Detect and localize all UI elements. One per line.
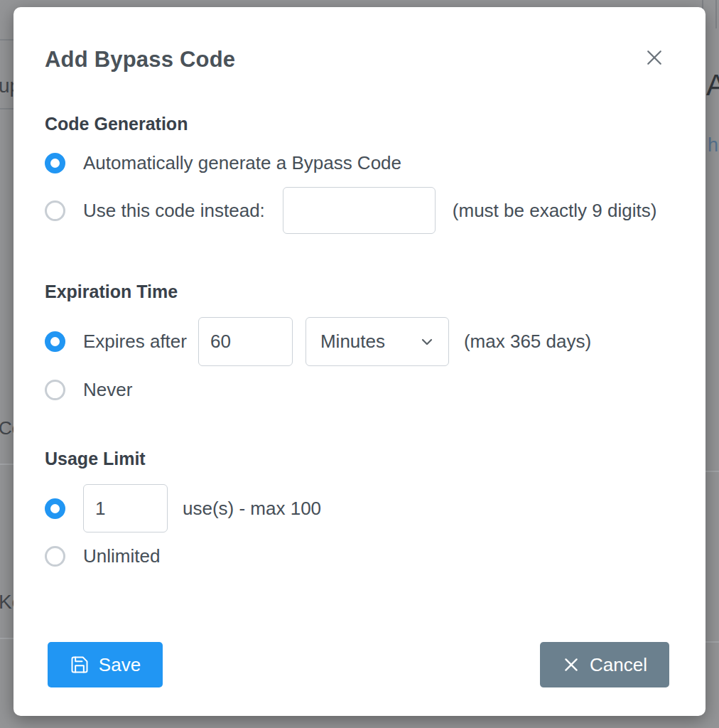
unlimited-label[interactable]: Unlimited	[83, 545, 160, 567]
code-generation-heading: Code Generation	[45, 114, 188, 134]
expiration-time-heading: Expiration Time	[45, 282, 178, 302]
never-label[interactable]: Never	[83, 379, 132, 401]
custom-code-input[interactable]	[283, 187, 436, 234]
bg-text-fragment: A	[706, 68, 719, 102]
bg-divider	[706, 641, 719, 643]
save-icon	[70, 655, 90, 675]
expiration-note: (max 365 days)	[464, 331, 591, 353]
cancel-button[interactable]: Cancel	[540, 642, 669, 687]
cancel-button-label: Cancel	[590, 654, 647, 676]
usage-limit-heading: Usage Limit	[45, 449, 146, 469]
bg-text-fragment: Ke	[0, 591, 14, 614]
bg-divider	[0, 638, 13, 639]
never-row: Never	[45, 379, 132, 400]
add-bypass-code-dialog: Add Bypass Code Code Generation Automati…	[13, 7, 706, 716]
bg-divider	[706, 471, 719, 472]
auto-generate-label[interactable]: Automatically generate a Bypass Code	[83, 152, 401, 174]
custom-code-row: Use this code instead: (must be exactly …	[45, 187, 656, 234]
usage-count-row: use(s) - max 100	[45, 484, 321, 532]
auto-generate-row: Automatically generate a Bypass Code	[45, 152, 401, 173]
bg-divider	[0, 39, 13, 41]
close-icon	[644, 47, 665, 68]
custom-code-note: (must be exactly 9 digits)	[453, 200, 657, 222]
usage-count-input[interactable]	[83, 484, 168, 532]
auto-generate-radio[interactable]	[45, 153, 65, 173]
cancel-x-icon	[562, 655, 580, 674]
expires-after-radio[interactable]	[45, 331, 65, 352]
bg-divider	[0, 464, 13, 465]
custom-code-label[interactable]: Use this code instead:	[83, 200, 265, 222]
never-radio[interactable]	[45, 380, 65, 400]
expiration-unit-value: Minutes	[320, 331, 385, 353]
save-button-label: Save	[99, 654, 141, 676]
usage-count-note: use(s) - max 100	[183, 498, 321, 520]
bg-divider	[715, 0, 717, 28]
expires-after-row: Expires after Minutes (max 365 days)	[45, 317, 591, 366]
usage-count-radio[interactable]	[45, 498, 65, 519]
unlimited-row: Unlimited	[45, 545, 160, 567]
bg-text-fragment: hi	[708, 134, 719, 156]
expires-after-label[interactable]: Expires after	[83, 331, 187, 353]
unlimited-radio[interactable]	[45, 546, 65, 567]
dialog-title: Add Bypass Code	[45, 47, 235, 73]
save-button[interactable]: Save	[48, 642, 163, 687]
custom-code-radio[interactable]	[45, 200, 65, 221]
bg-divider	[0, 108, 13, 109]
close-button[interactable]	[642, 46, 666, 70]
expiration-amount-input[interactable]	[198, 317, 293, 366]
expiration-unit-select[interactable]: Minutes	[306, 317, 449, 366]
chevron-down-icon	[418, 333, 436, 350]
